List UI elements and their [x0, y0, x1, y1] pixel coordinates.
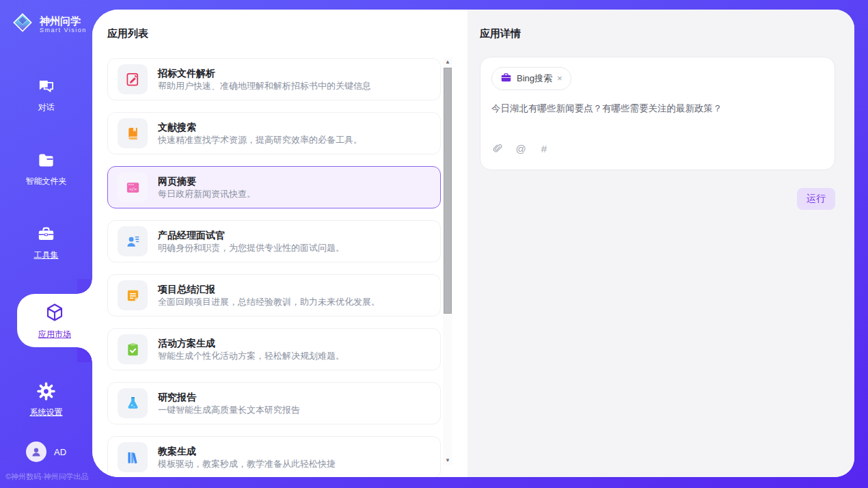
app-title: 产品经理面试官: [158, 230, 344, 241]
app-desc: 全面回顾项目进展，总结经验教训，助力未来优化发展。: [158, 297, 380, 307]
person-avatar-icon: [26, 442, 46, 462]
app-list-title: 应用列表: [107, 27, 467, 40]
tool-tag-label: Bing搜索: [517, 72, 552, 85]
sidebar-item-label: 对话: [38, 103, 55, 112]
cube-icon: [44, 302, 65, 325]
books-icon: [118, 442, 148, 472]
scrollbar-thumb[interactable]: [444, 68, 452, 314]
browser-code-icon: </>: [118, 172, 148, 202]
sidebar: 神州问学 Smart Vision 对话 智能文件夹: [0, 0, 92, 488]
sidebar-item-toolset[interactable]: 工具集: [0, 220, 92, 264]
hash-topic-icon[interactable]: #: [538, 142, 550, 154]
query-text[interactable]: 今日湖北有哪些新闻要点？有哪些需要关注的最新政策？: [491, 103, 824, 115]
run-button[interactable]: 运行: [797, 188, 835, 210]
app-detail-panel: 应用详情 Bing搜索 × 今日湖北有哪些新闻要点？有哪些需要关注的最新政策？: [467, 10, 854, 477]
app-list-panel: 应用列表 招标文件解析 帮助用户快速、准确地理解和解析招标书中的关键信息: [92, 10, 467, 477]
run-row: 运行: [480, 188, 835, 210]
app-title: 文献搜索: [158, 122, 362, 133]
brand-name: 神州问学: [40, 15, 87, 27]
chat-icon: [37, 77, 55, 98]
svg-text:</>: </>: [128, 186, 136, 191]
app-title: 招标文件解析: [158, 68, 371, 79]
list-item-research-report[interactable]: 研究报告 一键智能生成高质量长文本研究报告: [107, 382, 441, 424]
user-name: AD: [54, 447, 66, 457]
scroll-up-arrow-icon[interactable]: ▲: [443, 57, 452, 66]
app-desc: 每日政府新闻资讯快查。: [158, 189, 256, 199]
list-item-web-summary[interactable]: </> 网页摘要 每日政府新闻资讯快查。: [107, 166, 441, 208]
brand-logo: 神州问学 Smart Vision: [11, 11, 92, 37]
close-icon[interactable]: ×: [557, 75, 562, 82]
main-surface: 应用列表 招标文件解析 帮助用户快速、准确地理解和解析招标书中的关键信息: [92, 10, 854, 477]
list-item-pm-interviewer[interactable]: 产品经理面试官 明确身份和职责，为您提供专业性的面试问题。: [107, 220, 441, 262]
list-item-event-plan[interactable]: 活动方案生成 智能生成个性化活动方案，轻松解决规划难题。: [107, 328, 441, 370]
book-icon: [118, 118, 148, 148]
list-item-project-summary[interactable]: 项目总结汇报 全面回顾项目进展，总结经验教训，助力未来优化发展。: [107, 274, 441, 316]
app-desc: 一键智能生成高质量长文本研究报告: [158, 405, 300, 415]
sidebar-item-label: 智能文件夹: [26, 176, 67, 186]
scrollbar-track[interactable]: [444, 66, 452, 456]
app-desc: 快速精准查找学术资源，提高研究效率的必备工具。: [158, 135, 362, 145]
clipboard-check-icon: [118, 334, 148, 364]
app-desc: 模板驱动，教案秒成，教学准备从此轻松快捷: [158, 459, 336, 469]
user-account[interactable]: AD: [0, 442, 92, 462]
copyright-footer: ©神州数码·神州问学出品: [5, 472, 89, 482]
sidebar-item-label: 工具集: [34, 250, 59, 260]
app-list: 招标文件解析 帮助用户快速、准确地理解和解析招标书中的关键信息 文献搜索 快速精…: [107, 58, 441, 477]
list-item-bid-doc-analysis[interactable]: 招标文件解析 帮助用户快速、准确地理解和解析招标书中的关键信息: [107, 58, 441, 100]
sidebar-item-smart-folder[interactable]: 智能文件夹: [0, 146, 92, 190]
document-edit-icon: [118, 64, 148, 94]
scroll-down-arrow-icon[interactable]: ▼: [443, 456, 452, 465]
list-item-lesson-plan[interactable]: 教案生成 模板驱动，教案秒成，教学准备从此轻松快捷: [107, 436, 441, 477]
briefcase-icon: [500, 72, 512, 86]
tool-tag-bing-search[interactable]: Bing搜索 ×: [491, 67, 571, 90]
prompt-card: Bing搜索 × 今日湖北有哪些新闻要点？有哪些需要关注的最新政策？ @ #: [480, 57, 835, 170]
sidebar-item-app-market[interactable]: 应用市场: [17, 294, 92, 347]
app-desc: 帮助用户快速、准确地理解和解析招标书中的关键信息: [158, 81, 371, 91]
list-scrollbar[interactable]: ▲ ▼: [443, 57, 452, 465]
app-title: 活动方案生成: [158, 338, 344, 349]
app-title: 研究报告: [158, 392, 300, 403]
app-title: 网页摘要: [158, 176, 256, 187]
diamond-logo-icon: [11, 11, 34, 37]
toolbox-icon: [37, 225, 55, 245]
sidebar-item-settings[interactable]: 系统设置: [0, 377, 92, 421]
app-title: 教案生成: [158, 446, 336, 457]
sidebar-item-label: 系统设置: [30, 407, 63, 417]
paperclip-icon[interactable]: [491, 142, 504, 154]
note-report-icon: [118, 280, 148, 310]
folder-icon: [37, 151, 55, 172]
flask-icon: [118, 388, 148, 418]
list-item-literature-search[interactable]: 文献搜索 快速精准查找学术资源，提高研究效率的必备工具。: [107, 112, 441, 154]
composer-toolbar: @ #: [491, 142, 824, 154]
app-desc: 智能生成个性化活动方案，轻松解决规划难题。: [158, 351, 344, 361]
brand-subtitle: Smart Vision: [40, 27, 87, 33]
sidebar-item-label: 应用市场: [38, 329, 71, 339]
interviewer-icon: [118, 226, 148, 256]
sidebar-nav: 对话 智能文件夹 工具集: [0, 72, 92, 451]
app-title: 项目总结汇报: [158, 284, 380, 295]
app-detail-title: 应用详情: [480, 27, 835, 40]
at-mention-icon[interactable]: @: [515, 142, 527, 154]
sidebar-item-chat[interactable]: 对话: [0, 72, 92, 116]
gear-icon: [37, 382, 55, 403]
app-desc: 明确身份和职责，为您提供专业性的面试问题。: [158, 243, 344, 253]
